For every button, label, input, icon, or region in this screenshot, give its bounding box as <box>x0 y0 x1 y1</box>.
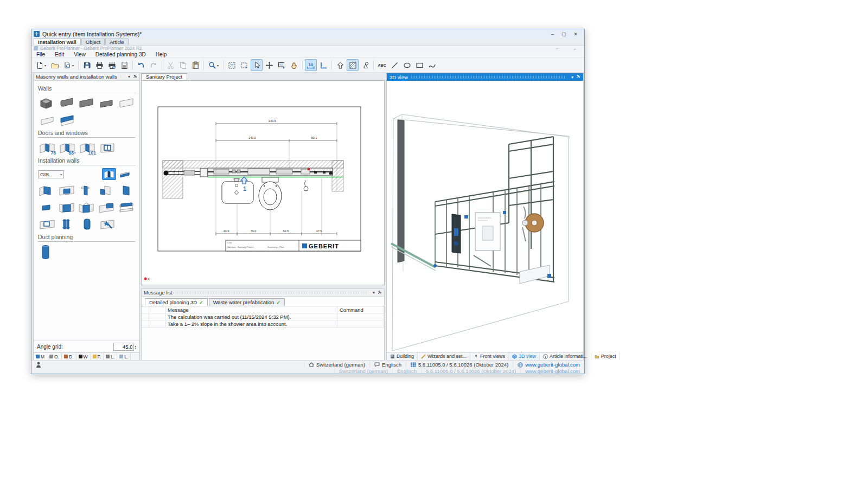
view-tab-project[interactable]: Project <box>591 352 620 360</box>
wall-tile-box[interactable] <box>38 96 56 111</box>
dropdown-caret-icon[interactable]: ▾ <box>72 63 74 67</box>
msg-tab-detailed-planning[interactable]: Detailed planning 3D✓ <box>145 298 208 306</box>
dimension-tool-button[interactable]: 10 <box>305 59 317 71</box>
user-icon[interactable] <box>36 362 41 368</box>
text-tool-button[interactable]: ABC <box>376 59 388 71</box>
wall-tile-segment[interactable] <box>78 96 95 111</box>
status-region[interactable]: Switzerland (german) <box>304 362 369 368</box>
pin-icon[interactable] <box>576 74 580 80</box>
angle-grid-stepper[interactable]: ▴▾ <box>135 345 136 349</box>
install-tile[interactable] <box>58 183 76 198</box>
viewport-3d[interactable] <box>387 81 583 352</box>
pin-icon[interactable] <box>378 290 382 296</box>
menu-edit[interactable]: Edit <box>50 52 69 57</box>
menu-file[interactable]: File <box>31 52 50 57</box>
zoom-button[interactable]: ▾ <box>206 59 221 71</box>
side-tab-d[interactable]: D. <box>62 353 76 360</box>
line-tool-button[interactable] <box>388 59 400 71</box>
install-tile[interactable] <box>78 183 95 198</box>
panel-menu-caret-icon[interactable]: ▾ <box>571 75 573 80</box>
wizard-tile[interactable] <box>98 217 116 232</box>
panel-menu-caret-icon[interactable]: ▾ <box>128 74 130 79</box>
msg-tab-waste-water[interactable]: Waste water prefabrication✓ <box>209 298 285 306</box>
install-tile[interactable] <box>117 183 135 198</box>
door-tile-101[interactable]: 101 <box>78 140 96 155</box>
angle-grid-input[interactable] <box>113 343 134 351</box>
column-command[interactable]: Command <box>337 306 384 313</box>
side-tab-l2[interactable]: L. <box>117 353 131 360</box>
panel-menu-caret-icon[interactable]: ▾ <box>373 290 375 295</box>
install-tile[interactable] <box>98 183 116 198</box>
wall-tile-curved[interactable] <box>58 96 76 111</box>
duct-tile[interactable] <box>38 245 56 259</box>
side-tab-o[interactable]: O. <box>47 353 62 360</box>
close-button[interactable]: ✕ <box>573 31 578 37</box>
dropdown-caret-icon[interactable]: ▾ <box>217 63 219 67</box>
wall-tile-light[interactable] <box>117 96 135 111</box>
minimize-button[interactable]: – <box>551 31 554 37</box>
shapes-tool-button[interactable] <box>359 59 371 71</box>
undo-button[interactable] <box>135 59 147 71</box>
print-button[interactable] <box>93 59 105 71</box>
hatch-tool-button[interactable] <box>347 59 359 71</box>
wall-tile-blue-top[interactable] <box>58 113 76 127</box>
ellipse-tool-button[interactable] <box>401 59 413 71</box>
tab-object[interactable]: Object <box>81 38 105 45</box>
tab-article[interactable]: Article <box>105 38 128 45</box>
wall-tile-short[interactable] <box>98 96 116 111</box>
view-tab-front-views[interactable]: Front views <box>470 352 509 360</box>
view-tab-building[interactable]: Building <box>387 352 418 360</box>
dropdown-caret-icon[interactable]: ▾ <box>44 63 46 67</box>
gis-dropdown[interactable]: GIS▾ <box>38 170 64 178</box>
maximize-button[interactable]: ▢ <box>561 31 566 37</box>
install-tile[interactable] <box>117 200 135 215</box>
polyline-tool-button[interactable] <box>426 59 438 71</box>
pan-tool-button[interactable] <box>288 59 300 71</box>
side-tab-l1[interactable]: L. <box>104 353 117 360</box>
tab-installation-wall[interactable]: Installation wall <box>34 38 81 45</box>
door-tile-76[interactable]: 76 <box>38 140 56 155</box>
status-language[interactable]: Englisch <box>369 362 406 368</box>
move-tool-button[interactable] <box>263 59 275 71</box>
save-button[interactable] <box>81 59 93 71</box>
pin-icon[interactable] <box>133 74 137 80</box>
view-tab-3d-view[interactable]: 3D view <box>509 352 540 360</box>
menu-detailed-planning-3d[interactable]: Detailed planning 3D <box>91 52 151 57</box>
select-tool-button[interactable] <box>251 59 263 71</box>
install-tile[interactable] <box>78 200 95 215</box>
redo-button[interactable] <box>148 59 159 71</box>
zoom-fit-button[interactable] <box>226 59 238 71</box>
menu-view[interactable]: View <box>69 52 91 57</box>
table-row[interactable]: The calculation was carried out (11/15/2… <box>142 313 384 320</box>
install-tile[interactable] <box>58 217 76 232</box>
new-document-button[interactable]: ▾ <box>34 59 48 71</box>
import-button[interactable]: ▾ <box>61 59 76 71</box>
document-tab-sanitary-project[interactable]: Sanitary Project <box>141 73 187 80</box>
cut-button[interactable] <box>164 59 176 71</box>
status-website-link[interactable]: www.geberit-global.com <box>513 362 584 368</box>
status-version[interactable]: 5.6.11005.0 / 5.6.10026 (Oktober 2024) <box>406 362 513 368</box>
side-tab-w[interactable]: W <box>76 353 91 360</box>
table-row[interactable]: Take a 1– 2% slope in the shower area in… <box>142 320 384 328</box>
wall-tile-light-short[interactable] <box>38 113 56 127</box>
view-tab-article-information[interactable]: Article informati... <box>540 352 591 360</box>
install-mode-button-1[interactable] <box>102 168 116 180</box>
drawing-canvas[interactable]: 240.9 140.0 50.1 <box>141 80 385 285</box>
open-button[interactable] <box>49 59 61 71</box>
select-elements-button[interactable] <box>276 59 288 71</box>
door-tile-885[interactable]: 88⁵ <box>58 140 76 155</box>
install-mode-button-2[interactable] <box>118 168 132 180</box>
print-preview-button[interactable] <box>106 59 118 71</box>
side-tab-f[interactable]: F. <box>91 353 104 360</box>
install-tile[interactable] <box>58 200 76 215</box>
menu-help[interactable]: Help <box>151 52 172 57</box>
view-tab-wizards[interactable]: Wizards and set... <box>418 352 470 360</box>
measure-tool-button[interactable] <box>317 59 329 71</box>
install-tile[interactable] <box>38 183 56 198</box>
column-message[interactable]: Message <box>165 306 337 313</box>
install-tile[interactable] <box>38 217 56 232</box>
zoom-window-button[interactable] <box>238 59 250 71</box>
install-tile[interactable] <box>38 200 56 215</box>
paste-button[interactable] <box>189 59 201 71</box>
copy-button[interactable] <box>177 59 189 71</box>
